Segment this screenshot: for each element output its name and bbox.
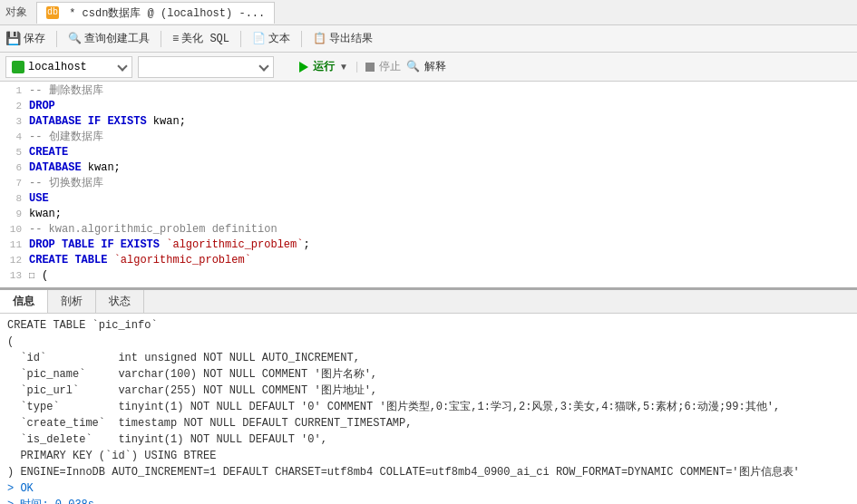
list-item: ) ENGINE=InnoDB AUTO_INCREMENT=1 DEFAULT… [7,464,850,480]
host-chevron-icon [117,61,127,71]
line-num-2: 2 [0,99,29,114]
text-icon: 📄 [252,32,266,45]
list-item: `pic_name` varchar(100) NOT NULL COMMENT… [7,366,850,383]
run-dropdown-icon[interactable]: ▼ [339,62,348,72]
line-num-12: 12 [0,253,29,268]
stop-label: 停止 [379,59,401,74]
text-button[interactable]: 📄 文本 [252,31,290,46]
explain-button[interactable]: 🔍 解释 [406,59,446,74]
line-content-6: DATABASE kwan; [29,160,857,176]
list-item: ( [7,334,850,350]
conn-bar: localhost 运行 ▼ | 停止 🔍 解释 [0,53,857,82]
line-num-6: 6 [0,160,29,176]
title-bar: 对象 db * csdn数据库 @ (localhost) -... [0,0,857,25]
line-content-12: CREATE TABLE `algorithmic_problem` [29,253,857,268]
line-content-4: -- 创建数据库 [29,130,857,145]
line-content-1: -- 删除数据库 [29,83,857,99]
table-row: 7 -- 切换数据库 [0,176,857,191]
db-select[interactable] [138,56,274,78]
line-content-5: CREATE [29,145,857,160]
explain-label: 解释 [424,59,446,74]
table-row: 1 -- 删除数据库 [0,83,857,99]
beautify-button[interactable]: ≡ 美化 SQL [172,31,229,46]
tab-status-label: 状态 [109,296,131,308]
title-object-label: 对象 [5,5,27,20]
text-label: 文本 [268,31,290,46]
export-label: 导出结果 [329,31,373,46]
tab-profile[interactable]: 剖析 [48,290,96,313]
fold-icon-13[interactable]: □ [29,268,42,284]
line-num-8: 8 [0,191,29,207]
list-item: > OK [7,480,850,497]
line-num-13: 13 [0,268,29,284]
line-content-3: DATABASE IF EXISTS kwan; [29,114,857,130]
line-content-9: kwan; [29,207,857,222]
code-lines: 1 -- 删除数据库 2 DROP 3 DATABASE IF EXISTS k… [0,82,857,290]
result-content: CREATE TABLE `pic_info` ( `id` int unsig… [0,314,857,504]
editor-area[interactable]: 1 -- 删除数据库 2 DROP 3 DATABASE IF EXISTS k… [0,82,857,290]
line-content-8: USE [29,191,857,207]
explain-icon: 🔍 [406,60,420,73]
run-label: 运行 [313,59,335,74]
run-button[interactable]: 运行 ▼ [299,59,348,74]
line-num-7: 7 [0,176,29,191]
query-builder-button[interactable]: 🔍 查询创建工具 [68,31,150,46]
host-select[interactable]: localhost [5,56,132,78]
table-row: 12 CREATE TABLE `algorithmic_problem` [0,253,857,268]
toolbar-sep-3 [240,31,241,47]
list-item: CREATE TABLE `pic_info` [7,317,850,334]
tab-info[interactable]: 信息 [0,290,48,313]
table-row: 11 DROP TABLE IF EXISTS `algorithmic_pro… [0,237,857,253]
tab-profile-label: 剖析 [61,296,83,308]
table-row: 4 -- 创建数据库 [0,130,857,145]
table-row: 6 DATABASE kwan; [0,160,857,176]
line-content-13: □( [29,268,857,284]
db-chevron-icon [258,61,268,71]
save-button[interactable]: 💾 保存 [5,31,45,46]
table-row: 14 [0,284,857,290]
stop-square-icon [365,63,375,72]
run-sep: | [354,61,360,73]
table-row: 3 DATABASE IF EXISTS kwan; [0,114,857,130]
query-builder-label: 查询创建工具 [84,31,150,46]
table-row: 13 □( [0,268,857,284]
line-num-14: 14 [0,284,29,290]
table-row: 5 CREATE [0,145,857,160]
line-num-9: 9 [0,207,29,222]
list-item: `type` tinyint(1) NOT NULL DEFAULT '0' C… [7,399,850,415]
line-num-5: 5 [0,145,29,160]
beautify-icon: ≡ [172,33,179,45]
line-num-4: 4 [0,130,29,145]
table-row: 8 USE [0,191,857,207]
list-item: `pic_url` varchar(255) NOT NULL COMMENT … [7,383,850,399]
query-builder-icon: 🔍 [68,32,82,45]
line-num-3: 3 [0,114,29,130]
beautify-label: 美化 SQL [181,31,229,46]
bottom-panel: 信息 剖析 状态 CREATE TABLE `pic_info` ( `id` … [0,290,857,504]
host-icon [12,61,24,73]
save-label: 保存 [24,31,45,46]
export-button[interactable]: 📋 导出结果 [313,31,373,46]
table-row: 9 kwan; [0,207,857,222]
list-item: > 时间: 0.038s [7,497,850,504]
stop-button[interactable]: 停止 [365,59,401,74]
tab-info-label: 信息 [13,296,34,308]
main-area: 1 -- 删除数据库 2 DROP 3 DATABASE IF EXISTS k… [0,82,857,504]
save-icon: 💾 [5,31,21,46]
title-tab-db-icon: db [46,6,59,19]
line-num-10: 10 [0,222,29,237]
host-value: localhost [28,61,115,73]
title-tab[interactable]: db * csdn数据库 @ (localhost) -... [36,2,275,24]
line-content-10: -- kwan.algorithmic_problem definition [29,222,857,237]
table-row: 10 -- kwan.algorithmic_problem definitio… [0,222,857,237]
title-tab-label: * csdn数据库 @ (localhost) -... [69,7,265,20]
tab-status[interactable]: 状态 [96,290,144,313]
line-num-1: 1 [0,83,29,99]
title-bar-left: 对象 db * csdn数据库 @ (localhost) -... [5,2,275,24]
table-row: 2 DROP [0,99,857,114]
list-item: `create_time` timestamp NOT NULL DEFAULT… [7,415,850,431]
list-item: `id` int unsigned NOT NULL AUTO_INCREMEN… [7,350,850,366]
run-play-icon [299,62,308,73]
toolbar-sep-1 [56,31,57,47]
list-item: `is_delete` tinyint(1) NOT NULL DEFAULT … [7,431,850,448]
